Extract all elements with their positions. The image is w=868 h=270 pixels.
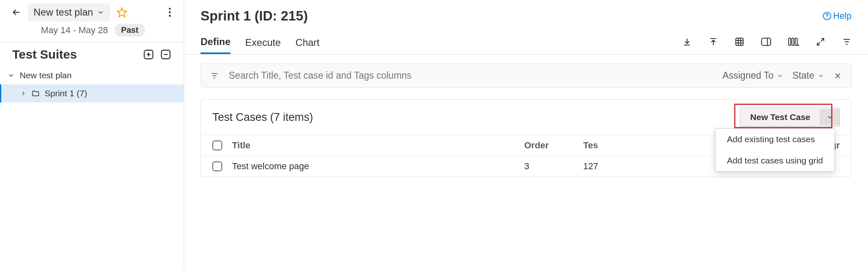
tree-child-item[interactable]: Sprint 1 (7) (0, 84, 184, 102)
chevron-right-icon (20, 90, 27, 97)
test-suites-heading: Test Suites (12, 48, 137, 61)
favorite-star-icon[interactable] (117, 7, 127, 18)
panel-icon[interactable] (761, 37, 771, 47)
grid-icon[interactable] (735, 37, 744, 47)
fullscreen-icon[interactable] (816, 37, 825, 47)
more-actions-icon[interactable] (168, 7, 171, 18)
search-bar: Assigned To State (201, 64, 852, 88)
back-icon[interactable] (8, 7, 25, 18)
chevron-down-icon (818, 73, 824, 79)
chevron-down-icon (97, 9, 104, 16)
clear-search-icon[interactable] (833, 71, 842, 80)
row-test: 127 (583, 161, 620, 172)
main: Sprint 1 (ID: 215) Help Define Execute C… (184, 0, 868, 270)
filter-icon[interactable] (210, 71, 219, 80)
collapse-suite-icon[interactable] (160, 49, 171, 60)
svg-rect-9 (762, 38, 771, 45)
help-icon (823, 11, 832, 20)
filter-assigned-to[interactable]: Assigned To (722, 70, 783, 81)
tree-child-label: Sprint 1 (7) (45, 88, 87, 98)
tab-define[interactable]: Define (201, 33, 230, 54)
tab-execute[interactable]: Execute (245, 34, 281, 53)
select-all-checkbox[interactable] (212, 141, 222, 150)
test-cases-card: Test Cases (7 items) New Test Case Add e… (201, 99, 852, 177)
export-icon[interactable] (682, 37, 692, 47)
filter-state[interactable]: State (792, 70, 824, 81)
search-input[interactable] (228, 70, 713, 82)
row-checkbox[interactable] (212, 161, 222, 171)
plan-dropdown[interactable]: New test plan (28, 3, 110, 21)
svg-point-7 (827, 18, 827, 18)
sidebar: New test plan May 14 - May 28 Past Test … (0, 0, 184, 270)
plan-name: New test plan (34, 7, 93, 18)
col-order[interactable]: Order (524, 140, 573, 151)
menu-add-grid[interactable]: Add test cases using grid (715, 150, 834, 171)
chevron-down-icon (826, 113, 834, 121)
chevron-down-icon (7, 72, 15, 79)
import-icon[interactable] (708, 37, 718, 47)
menu-add-existing[interactable]: Add existing test cases (715, 129, 834, 150)
columns-icon[interactable] (788, 37, 799, 47)
help-link[interactable]: Help (823, 11, 852, 21)
svg-rect-10 (789, 38, 791, 45)
svg-rect-11 (792, 38, 794, 45)
svg-point-3 (169, 15, 171, 17)
new-test-case-chevron[interactable] (820, 109, 839, 125)
test-cases-title: Test Cases (7 items) (212, 111, 740, 124)
date-range: May 14 - May 28 (41, 25, 108, 36)
tree-root-label: New test plan (20, 70, 72, 80)
svg-rect-8 (736, 38, 743, 45)
tree-root-item[interactable]: New test plan (0, 66, 184, 84)
svg-point-2 (169, 11, 171, 14)
svg-rect-12 (795, 38, 797, 45)
folder-icon (32, 89, 40, 98)
col-title[interactable]: Title (232, 140, 514, 151)
tab-chart[interactable]: Chart (295, 34, 320, 53)
col-test[interactable]: Tes (583, 140, 620, 151)
row-order: 3 (524, 161, 573, 172)
new-test-case-menu: Add existing test cases Add test cases u… (715, 128, 835, 172)
past-badge: Past (115, 24, 145, 36)
filter-settings-icon[interactable] (842, 37, 852, 47)
page-title: Sprint 1 (ID: 215) (201, 8, 823, 24)
new-test-case-button[interactable]: New Test Case (740, 108, 840, 127)
svg-marker-0 (118, 8, 127, 17)
chevron-down-icon (777, 73, 783, 79)
add-suite-icon[interactable] (143, 49, 154, 60)
svg-point-1 (169, 8, 171, 10)
row-title: Test welcome page (232, 161, 514, 172)
